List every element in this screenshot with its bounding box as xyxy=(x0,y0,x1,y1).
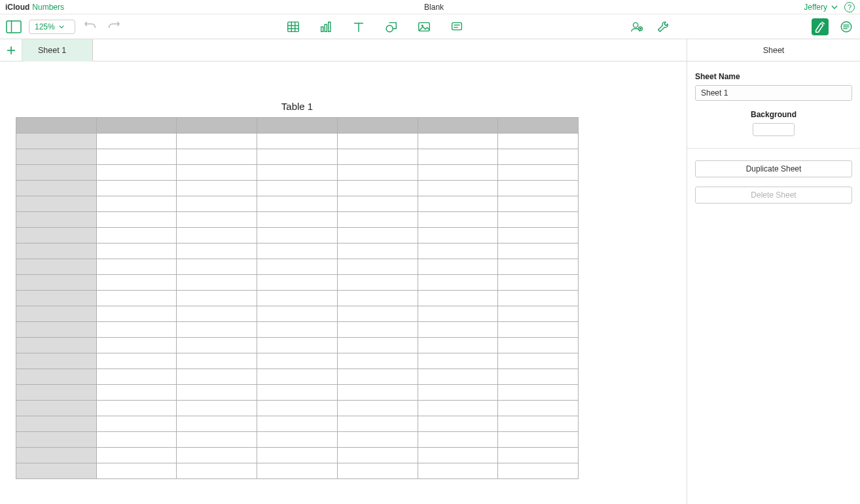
cell[interactable] xyxy=(257,385,338,401)
format-inspector-button[interactable] xyxy=(812,18,829,35)
canvas[interactable]: Table 1 xyxy=(0,62,687,504)
cell[interactable] xyxy=(96,212,177,228)
row-header-cell[interactable] xyxy=(16,259,97,275)
column-header-cell[interactable] xyxy=(498,118,579,134)
cell[interactable] xyxy=(418,291,498,306)
cell[interactable] xyxy=(498,275,579,291)
cell[interactable] xyxy=(177,448,257,463)
cell[interactable] xyxy=(418,401,498,416)
cell[interactable] xyxy=(498,212,579,228)
cell[interactable] xyxy=(177,338,257,353)
cell[interactable] xyxy=(257,353,338,369)
cell[interactable] xyxy=(96,196,177,212)
cell[interactable] xyxy=(257,259,338,275)
cell[interactable] xyxy=(177,275,257,291)
cell[interactable] xyxy=(96,463,177,479)
insert-comment-button[interactable] xyxy=(448,18,465,35)
cell[interactable] xyxy=(418,306,498,322)
cell[interactable] xyxy=(337,353,418,369)
cell[interactable] xyxy=(96,134,177,149)
cell[interactable] xyxy=(337,291,418,306)
undo-button[interactable] xyxy=(82,18,99,35)
cell[interactable] xyxy=(498,243,579,259)
cell[interactable] xyxy=(96,228,177,243)
cell[interactable] xyxy=(257,275,338,291)
cell[interactable] xyxy=(177,385,257,401)
cell[interactable] xyxy=(257,369,338,385)
cell[interactable] xyxy=(498,338,579,353)
cell[interactable] xyxy=(177,259,257,275)
row-header-cell[interactable] xyxy=(16,181,97,196)
cell[interactable] xyxy=(498,416,579,432)
cell[interactable] xyxy=(257,228,338,243)
cell[interactable] xyxy=(177,306,257,322)
cell[interactable] xyxy=(177,353,257,369)
sheet-name-input[interactable] xyxy=(695,85,852,101)
insert-table-button[interactable] xyxy=(285,18,302,35)
cell[interactable] xyxy=(257,322,338,338)
cell[interactable] xyxy=(337,322,418,338)
cell[interactable] xyxy=(96,165,177,181)
cell[interactable] xyxy=(418,181,498,196)
cell[interactable] xyxy=(498,369,579,385)
cell[interactable] xyxy=(337,369,418,385)
cell[interactable] xyxy=(337,149,418,165)
cell[interactable] xyxy=(257,338,338,353)
cell[interactable] xyxy=(257,432,338,448)
cell[interactable] xyxy=(337,165,418,181)
cell[interactable] xyxy=(257,243,338,259)
row-header-cell[interactable] xyxy=(16,275,97,291)
cell[interactable] xyxy=(418,385,498,401)
cell[interactable] xyxy=(257,196,338,212)
cell[interactable] xyxy=(257,134,338,149)
cell[interactable] xyxy=(337,416,418,432)
cell[interactable] xyxy=(257,149,338,165)
column-header-cell[interactable] xyxy=(337,118,418,134)
column-header-cell[interactable] xyxy=(177,118,257,134)
cell[interactable] xyxy=(96,259,177,275)
cell[interactable] xyxy=(177,416,257,432)
brand[interactable]: iCloud Numbers xyxy=(5,3,64,12)
cell[interactable] xyxy=(257,416,338,432)
user-menu[interactable]: Jeffery xyxy=(804,3,840,12)
row-header-cell[interactable] xyxy=(16,134,97,149)
cell[interactable] xyxy=(177,322,257,338)
cell[interactable] xyxy=(418,165,498,181)
cell[interactable] xyxy=(418,275,498,291)
cell[interactable] xyxy=(498,463,579,479)
cell[interactable] xyxy=(418,432,498,448)
cell[interactable] xyxy=(418,416,498,432)
cell[interactable] xyxy=(96,416,177,432)
tools-button[interactable] xyxy=(654,18,672,35)
insert-image-button[interactable] xyxy=(416,18,433,35)
cell[interactable] xyxy=(498,134,579,149)
column-header-cell[interactable] xyxy=(418,118,498,134)
row-header-cell[interactable] xyxy=(16,432,97,448)
cell[interactable] xyxy=(96,401,177,416)
zoom-select[interactable]: 125% xyxy=(29,20,75,34)
cell[interactable] xyxy=(498,306,579,322)
duplicate-sheet-button[interactable]: Duplicate Sheet xyxy=(695,160,852,177)
spreadsheet-table[interactable] xyxy=(16,117,579,479)
cell[interactable] xyxy=(96,291,177,306)
help-icon[interactable]: ? xyxy=(844,2,855,12)
cell[interactable] xyxy=(337,134,418,149)
organize-inspector-button[interactable] xyxy=(838,18,855,35)
row-header-cell[interactable] xyxy=(16,291,97,306)
insert-text-button[interactable] xyxy=(350,18,367,35)
cell[interactable] xyxy=(177,134,257,149)
cell[interactable] xyxy=(418,243,498,259)
cell[interactable] xyxy=(337,196,418,212)
cell[interactable] xyxy=(498,448,579,463)
cell[interactable] xyxy=(257,181,338,196)
cell[interactable] xyxy=(337,385,418,401)
cell[interactable] xyxy=(257,448,338,463)
row-header-cell[interactable] xyxy=(16,212,97,228)
cell[interactable] xyxy=(337,259,418,275)
cell[interactable] xyxy=(177,369,257,385)
cell[interactable] xyxy=(498,353,579,369)
cell[interactable] xyxy=(337,181,418,196)
cell[interactable] xyxy=(96,385,177,401)
row-header-cell[interactable] xyxy=(16,165,97,181)
cell[interactable] xyxy=(418,463,498,479)
